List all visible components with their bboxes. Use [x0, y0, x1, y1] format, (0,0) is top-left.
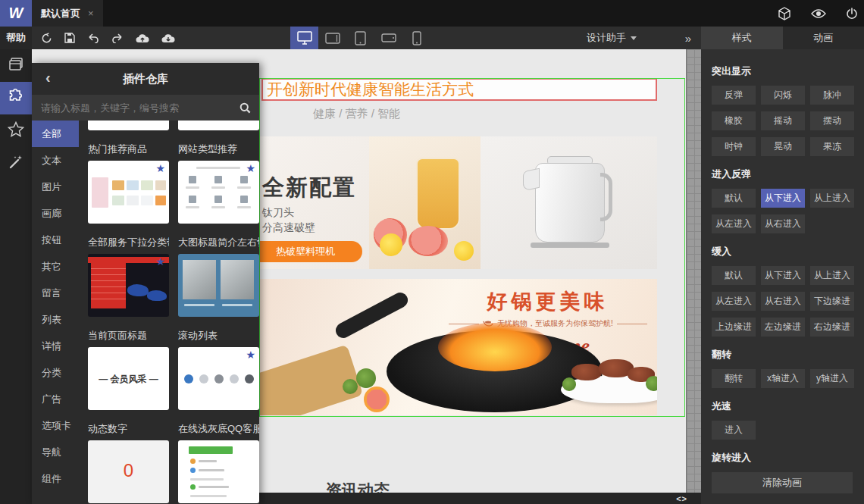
sidebar-item-pages[interactable]: [0, 49, 32, 82]
canvas-scrollbar[interactable]: [686, 49, 701, 493]
category-message[interactable]: 留言: [32, 280, 79, 306]
refresh-icon[interactable]: [41, 33, 52, 44]
anim-button[interactable]: 上边缘进: [712, 318, 756, 337]
plugin-card-hot-products[interactable]: ★: [88, 161, 169, 224]
anim-button[interactable]: 从上进入: [810, 189, 854, 208]
anim-button[interactable]: y轴进入: [810, 369, 854, 388]
anim-button-selected[interactable]: 从下进入: [761, 189, 805, 208]
3d-box-icon[interactable]: [778, 7, 791, 20]
category-component[interactable]: 组件: [32, 465, 79, 492]
flame-graphic: [438, 323, 552, 371]
search-icon[interactable]: [230, 102, 259, 114]
plugin-card-page-title[interactable]: — 会员风采 —: [88, 347, 169, 410]
category-image[interactable]: 图片: [32, 174, 79, 200]
category-button[interactable]: 按钮: [32, 227, 79, 253]
redo-icon[interactable]: [111, 33, 124, 43]
magic-wand-icon: [8, 154, 24, 174]
device-tablet-landscape-button[interactable]: [318, 27, 346, 49]
anim-button[interactable]: 翻转: [712, 369, 756, 388]
anim-button[interactable]: 进入: [712, 421, 756, 440]
anim-button[interactable]: 果冻: [810, 137, 854, 156]
preview-eye-icon[interactable]: [811, 8, 826, 19]
device-phone-landscape-button[interactable]: [374, 27, 402, 49]
anim-button[interactable]: 下边缘进: [810, 292, 854, 311]
star-icon[interactable]: ★: [155, 255, 165, 268]
category-text[interactable]: 文本: [32, 147, 79, 174]
anim-button[interactable]: 从右进入: [761, 292, 805, 311]
star-icon[interactable]: ★: [155, 162, 165, 174]
anim-button[interactable]: 默认: [712, 266, 756, 285]
star-icon[interactable]: ★: [246, 162, 255, 174]
pages-icon: [8, 57, 23, 75]
plugin-card-scroll-list[interactable]: ★: [178, 347, 259, 410]
anim-button[interactable]: 摇动: [761, 111, 805, 130]
banner-blender[interactable]: 全新配置 钛刀头 分高速破壁 热破壁料理机: [259, 136, 657, 269]
anim-button[interactable]: 从上进入: [810, 266, 854, 285]
banner-wok[interactable]: 好锅更美味 无忧购物，至诚服务为你保驾护航! Warm Home: [259, 279, 657, 415]
help-button[interactable]: 帮助: [0, 27, 32, 49]
section-title-lightspeed: 光速: [712, 399, 864, 413]
sidebar-item-plugins[interactable]: [0, 82, 32, 114]
cloud-upload-icon[interactable]: [136, 33, 149, 43]
tab-style[interactable]: 样式: [701, 27, 783, 49]
design-assistant-dropdown[interactable]: 设计助手: [587, 27, 637, 49]
plugin-card-qq-service[interactable]: [178, 440, 259, 503]
category-nav[interactable]: 导航: [32, 439, 79, 465]
save-icon[interactable]: [64, 33, 75, 43]
canvas-subtitle[interactable]: 健康 / 营养 / 智能: [313, 107, 400, 121]
device-desktop-button[interactable]: [290, 27, 318, 49]
page-tab[interactable]: 默认首页 ×: [32, 0, 103, 27]
code-view-icon[interactable]: <>: [676, 494, 687, 503]
panel-back-button[interactable]: ‹: [45, 69, 51, 86]
anim-button[interactable]: 从左进入: [712, 214, 756, 233]
anim-button[interactable]: 晃动: [761, 137, 805, 156]
anim-button[interactable]: 闪烁: [761, 86, 805, 105]
category-list[interactable]: 列表: [32, 306, 79, 333]
category-gallery[interactable]: 画廊: [32, 200, 79, 227]
anim-button[interactable]: 摆动: [810, 111, 854, 130]
plugin-card[interactable]: [178, 121, 259, 130]
anim-button[interactable]: 时钟: [712, 137, 756, 156]
undo-icon[interactable]: [87, 33, 99, 43]
category-other[interactable]: 其它: [32, 253, 79, 280]
device-phone-portrait-button[interactable]: [402, 27, 430, 49]
plugin-search-input[interactable]: [32, 102, 230, 114]
anim-button[interactable]: 从右进入: [761, 214, 805, 233]
anim-button[interactable]: 脉冲: [810, 86, 854, 105]
category-detail[interactable]: 详情: [32, 333, 79, 359]
anim-button[interactable]: 左边缘进: [761, 318, 805, 337]
plugin-card[interactable]: [88, 121, 169, 130]
news-section-title[interactable]: 资讯动态: [326, 480, 390, 493]
collapse-toolbar-button[interactable]: »: [685, 27, 691, 49]
sidebar-item-favorites[interactable]: [0, 114, 32, 147]
device-tablet-portrait-button[interactable]: [346, 27, 374, 49]
power-icon[interactable]: [846, 8, 858, 20]
anim-button[interactable]: 从下进入: [761, 266, 805, 285]
star-icon[interactable]: ★: [246, 349, 255, 361]
plugin-card-site-types[interactable]: ★: [178, 161, 259, 224]
tab-close-icon[interactable]: ×: [88, 8, 94, 19]
category-ad[interactable]: 广告: [32, 386, 79, 412]
anim-button[interactable]: x轴进入: [761, 369, 805, 388]
canvas-title-selected[interactable]: 开创新时代健康智能生活方式: [261, 78, 657, 101]
wok-handle-graphic: [333, 290, 410, 341]
anim-button[interactable]: 反弹: [712, 86, 756, 105]
anim-button[interactable]: 右边缘进: [810, 318, 854, 337]
cloud-download-icon[interactable]: [161, 33, 175, 43]
sidebar-item-magic-wand[interactable]: [0, 147, 32, 180]
clear-animation-button[interactable]: 清除动画: [712, 472, 853, 493]
category-classify[interactable]: 分类: [32, 359, 79, 386]
category-tabs[interactable]: 选项卡: [32, 412, 79, 439]
section-title-rotate-in: 旋转进入: [712, 451, 864, 465]
anim-button[interactable]: 默认: [712, 189, 756, 208]
banner-blender-button[interactable]: 热破壁料理机: [259, 241, 362, 262]
anim-button[interactable]: 从左进入: [712, 292, 756, 311]
category-all[interactable]: 全部: [32, 121, 79, 147]
app-logo[interactable]: W: [0, 0, 32, 27]
plugin-card-dynamic-number[interactable]: 0: [88, 440, 169, 503]
anim-button[interactable]: 橡胶: [712, 111, 756, 130]
plugin-card-dropdown-menu[interactable]: ★: [88, 254, 169, 317]
plugin-item-label: 热门推荐商品: [88, 142, 169, 156]
plugin-card-big-image-switch[interactable]: [178, 254, 259, 317]
tab-animation[interactable]: 动画: [783, 27, 864, 49]
